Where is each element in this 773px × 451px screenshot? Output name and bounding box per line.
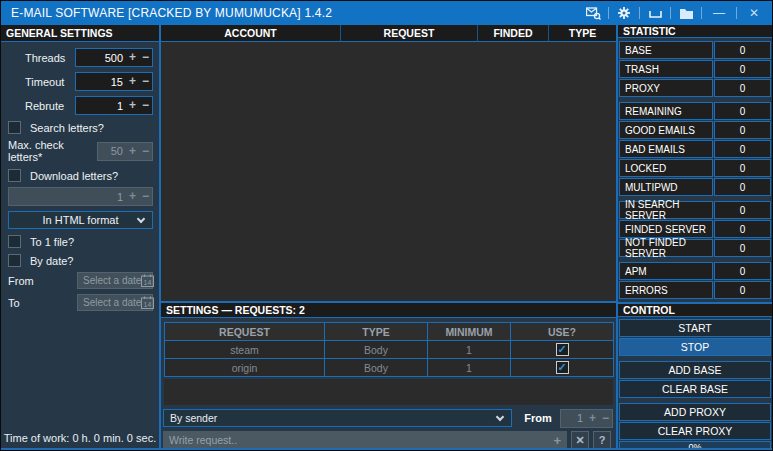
increment-icon[interactable]: + bbox=[126, 73, 139, 90]
search-letters-checkbox-row[interactable]: Search letters? bbox=[1, 120, 156, 135]
timeout-stepper[interactable]: 15 + − bbox=[75, 72, 153, 91]
stat-value: 0 bbox=[714, 281, 771, 299]
titlebar-separator bbox=[608, 7, 609, 19]
statistic-list: BASE 0 TRASH 0 PROXY 0 REMAINING 0 GOOD … bbox=[618, 38, 772, 300]
decrement-icon[interactable]: − bbox=[599, 410, 612, 427]
request-type-cell[interactable]: Body bbox=[325, 341, 428, 359]
increment-icon[interactable]: + bbox=[126, 97, 139, 114]
stat-row-locked: LOCKED 0 bbox=[619, 159, 771, 177]
check-icon: ✓ bbox=[557, 362, 566, 373]
download-count-row: 1 + − bbox=[1, 187, 156, 206]
request-row-steam[interactable]: steam Body 1 ✓ bbox=[165, 341, 614, 359]
request-name-cell[interactable]: steam bbox=[165, 341, 325, 359]
minimize-button[interactable]: — bbox=[709, 5, 729, 21]
download-count-value[interactable]: 1 bbox=[9, 191, 126, 203]
general-settings-body: Threads 500 + − Timeout 15 + − Rebrute bbox=[1, 42, 159, 311]
from-stepper[interactable]: 1 + − bbox=[560, 409, 613, 428]
stat-row-apm: APM 0 bbox=[619, 262, 771, 280]
timeout-label: Timeout bbox=[1, 76, 75, 88]
decrement-icon[interactable]: − bbox=[139, 97, 152, 114]
clear-proxy-button[interactable]: CLEAR PROXY bbox=[619, 422, 771, 440]
max-check-letters-value[interactable]: 50 bbox=[98, 145, 126, 157]
statistic-panel: STATISTIC BASE 0 TRASH 0 PROXY 0 REMAINI… bbox=[618, 25, 772, 448]
column-header-request: REQUEST bbox=[341, 25, 478, 42]
stat-label: TRASH bbox=[619, 60, 713, 78]
stat-row-in-search-server: IN SEARCH SERVER 0 bbox=[619, 201, 771, 219]
by-date-checkbox-row[interactable]: By date? bbox=[1, 253, 156, 268]
stat-row-base: BASE 0 bbox=[619, 41, 771, 59]
help-button[interactable]: ? bbox=[593, 431, 611, 449]
check-icon: ✓ bbox=[557, 344, 566, 355]
stat-value: 0 bbox=[714, 60, 771, 78]
stat-value: 0 bbox=[714, 201, 771, 219]
decrement-icon[interactable]: − bbox=[139, 188, 152, 205]
results-panel: ACCOUNT REQUEST FINDED TYPE bbox=[161, 25, 616, 301]
stop-button[interactable]: STOP bbox=[619, 338, 771, 356]
stat-row-bad-emails: BAD EMAILS 0 bbox=[619, 140, 771, 158]
rebrute-stepper[interactable]: 1 + − bbox=[75, 96, 153, 115]
add-base-button[interactable]: ADD BASE bbox=[619, 361, 771, 379]
use-checkbox[interactable]: ✓ bbox=[556, 361, 569, 374]
requests-table: REQUEST TYPE MINIMUM USE? steam Body 1 ✓ bbox=[164, 322, 614, 377]
increment-icon[interactable]: + bbox=[126, 188, 139, 205]
question-icon: ? bbox=[599, 434, 606, 446]
request-input[interactable] bbox=[169, 434, 549, 446]
to-one-file-checkbox[interactable] bbox=[8, 235, 21, 248]
add-request-icon[interactable]: + bbox=[549, 433, 565, 448]
from-value[interactable]: 1 bbox=[561, 412, 586, 424]
threads-stepper[interactable]: 500 + − bbox=[75, 48, 153, 67]
to-date-input[interactable]: Select a date 14 bbox=[77, 294, 153, 311]
decrement-icon[interactable]: − bbox=[139, 49, 152, 66]
close-button[interactable]: ✕ bbox=[744, 5, 764, 21]
timeout-value[interactable]: 15 bbox=[76, 76, 126, 88]
stat-label: MULTIPWD bbox=[619, 178, 713, 196]
folder-icon[interactable] bbox=[678, 5, 694, 21]
from-label: From bbox=[524, 412, 552, 424]
search-letters-checkbox[interactable] bbox=[8, 121, 21, 134]
increment-icon[interactable]: + bbox=[586, 410, 599, 427]
add-proxy-button[interactable]: ADD PROXY bbox=[619, 403, 771, 421]
rebrute-value[interactable]: 1 bbox=[76, 100, 126, 112]
sender-filter-dropdown[interactable]: By sender bbox=[163, 409, 512, 427]
request-minimum-cell[interactable]: 1 bbox=[428, 341, 511, 359]
request-minimum-cell[interactable]: 1 bbox=[428, 359, 511, 377]
decrement-icon[interactable]: − bbox=[139, 73, 152, 90]
download-letters-label: Download letters? bbox=[30, 170, 118, 182]
titlebar-actions: — ✕ bbox=[585, 5, 764, 21]
clear-request-button[interactable]: ✕ bbox=[571, 431, 589, 449]
console-icon[interactable] bbox=[647, 5, 663, 21]
increment-icon[interactable]: + bbox=[126, 49, 139, 66]
stat-row-trash: TRASH 0 bbox=[619, 60, 771, 78]
to-one-file-checkbox-row[interactable]: To 1 file? bbox=[1, 234, 156, 249]
max-check-letters-stepper[interactable]: 50 + − bbox=[97, 142, 153, 161]
max-check-letters-label: Max. check letters* bbox=[1, 139, 97, 163]
time-of-work: Time of work: 0 h. 0 min. 0 sec. bbox=[1, 432, 159, 444]
requests-header: SETTINGS — REQUESTS: 2 bbox=[161, 301, 616, 318]
format-dropdown[interactable]: In HTML format bbox=[8, 211, 153, 229]
request-row-origin[interactable]: origin Body 1 ✓ bbox=[165, 359, 614, 377]
stat-row-errors: ERRORS 0 bbox=[619, 281, 771, 299]
decrement-icon[interactable]: − bbox=[139, 143, 152, 160]
control-buttons: START STOP ADD BASE CLEAR BASE ADD PROXY… bbox=[618, 317, 772, 451]
gear-icon[interactable] bbox=[616, 5, 632, 21]
results-table-header: ACCOUNT REQUEST FINDED TYPE bbox=[161, 25, 616, 42]
titlebar: E-MAIL SOFTWARE [CRACKED BY MUMUMUCKA] 1… bbox=[1, 1, 772, 25]
increment-icon[interactable]: + bbox=[126, 143, 139, 160]
download-letters-checkbox[interactable] bbox=[8, 169, 21, 182]
requests-panel: SETTINGS — REQUESTS: 2 REQUEST TYPE MINI… bbox=[161, 301, 616, 448]
use-checkbox[interactable]: ✓ bbox=[556, 343, 569, 356]
mail-search-icon[interactable] bbox=[585, 5, 601, 21]
threads-value[interactable]: 500 bbox=[76, 52, 126, 64]
calendar-icon: 14 bbox=[141, 274, 154, 287]
start-button[interactable]: START bbox=[619, 319, 771, 337]
download-letters-checkbox-row[interactable]: Download letters? bbox=[1, 168, 156, 183]
from-date-input[interactable]: Select a date 14 bbox=[77, 272, 153, 289]
stat-label: GOOD EMAILS bbox=[619, 121, 713, 139]
request-type-cell[interactable]: Body bbox=[325, 359, 428, 377]
results-table-body[interactable] bbox=[161, 42, 616, 300]
clear-base-button[interactable]: CLEAR BASE bbox=[619, 380, 771, 398]
by-date-checkbox[interactable] bbox=[8, 254, 21, 267]
request-name-cell[interactable]: origin bbox=[165, 359, 325, 377]
request-input-wrap[interactable]: + bbox=[163, 431, 567, 449]
download-count-stepper[interactable]: 1 + − bbox=[8, 187, 153, 206]
